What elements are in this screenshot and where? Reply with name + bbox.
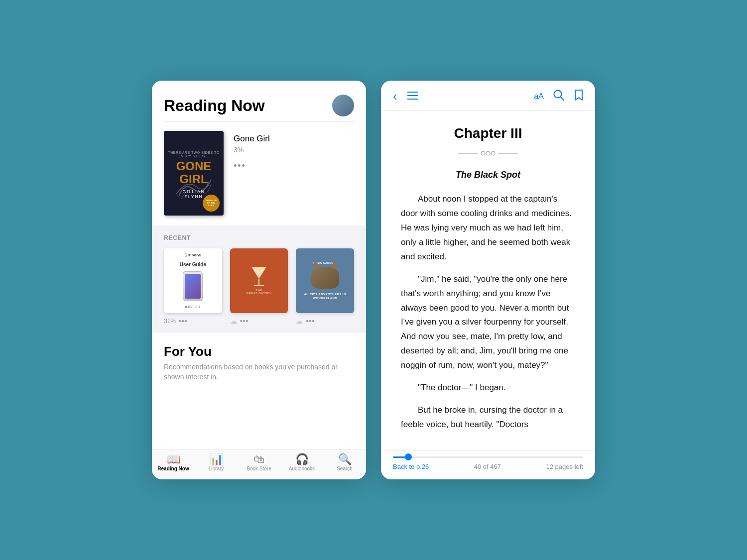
iphone-guide-more[interactable]: ••• [179,317,188,325]
progress-track[interactable] [393,456,583,458]
library-label: Library [209,466,224,471]
avatar-image [332,95,354,116]
tab-search[interactable]: 🔍 Search [323,454,366,471]
martini-icon [251,267,266,287]
svg-line-4 [561,97,564,100]
alice-title-text: ALICE'S ADVENTURES INWONDERLAND [304,293,346,301]
current-book: THERE ARE TWO SIDES TO EVERY STORY... GO… [164,131,354,225]
cat-shape [311,267,339,289]
progress-thumb[interactable] [405,453,412,460]
recent-book-meta-orange: ☁ ••• [230,317,288,325]
iphone-cover-content:  iPhone User Guide iOS 12.1 [164,248,222,313]
reading-now-label: Reading Now [157,466,189,471]
left-screen: Reading Now THERE ARE TWO SIDES TO EVERY… [152,81,366,479]
recent-label: RECENT [164,234,354,241]
book-store-label: Book Store [247,466,271,471]
section-divider [164,121,354,122]
reading-now-icon: 📖 [167,454,180,465]
ios-version: iOS 12.1 [185,305,201,309]
alice-book-more[interactable]: ••• [306,317,315,325]
orange-cover-content: THEGREAT GATSBY [230,248,288,313]
reader-footer: Back to p.26 40 of 467 12 pages left [381,450,595,479]
search-icon: 🔍 [338,454,352,465]
toolbar-left: ‹ [393,89,418,104]
book-more-button[interactable]: ••• [234,161,354,171]
ornament-svg [458,148,518,158]
for-you-section: For You Recommendations based on books y… [152,333,366,390]
current-book-cover[interactable]: THERE ARE TWO SIDES TO EVERY STORY... GO… [164,131,224,216]
library-icon: 📊 [210,454,223,465]
list-item[interactable]: LEWIS CARROLL ALICE'S ADVENTURES INWONDE… [296,248,354,325]
menu-button[interactable] [407,90,418,103]
tab-reading-now[interactable]: 📖 Reading Now [152,454,195,471]
iphone-logo-text:  iPhone [185,252,201,258]
reader-toolbar: ‹ aA [381,81,595,111]
orange-book-more[interactable]: ••• [240,317,249,325]
tab-library[interactable]: 📊 Library [195,454,238,471]
recent-books-list:  iPhone User Guide iOS 12.1 [164,248,354,325]
recent-book-cover-orange[interactable]: THEGREAT GATSBY [230,248,288,313]
list-item[interactable]:  iPhone User Guide iOS 12.1 [164,248,222,325]
footer-info: Back to p.26 40 of 467 12 pages left [393,463,583,470]
book-progress: 3% [234,146,354,154]
orange-book-text: THEGREAT GATSBY [246,289,272,295]
for-you-title: For You [164,344,354,359]
martini-base [254,285,264,286]
bookmark-button[interactable] [574,89,583,104]
for-you-description: Recommendations based on books you've pu… [164,362,354,382]
menu-icon [407,91,418,100]
current-page-info: 40 of 467 [474,463,501,470]
progress-bar-container [393,456,583,458]
reading-now-header: Reading Now [164,95,354,116]
chapter-title: Chapter III [401,125,575,141]
bookmark-icon [574,89,583,101]
recent-section: RECENT  iPhone User Guide [152,225,366,333]
font-size-button[interactable]: aA [534,92,543,102]
tab-book-store[interactable]: 🛍 Book Store [238,454,280,471]
list-item[interactable]: THEGREAT GATSBY ☁ ••• [230,248,288,325]
reading-now-section: Reading Now THERE ARE TWO SIDES TO EVERY… [152,81,366,225]
paragraph-3: "The doctor—" I began. [401,381,575,395]
iphone-guide-title: User Guide [180,262,206,267]
paragraph-2: "Jim," he said, "you're the only one her… [401,272,575,373]
tab-bar: 📖 Reading Now 📊 Library 🛍 Book Store 🎧 A… [152,449,366,479]
reader-content: Chapter III The Black Spot About noon I … [381,111,595,449]
book-store-icon: 🛍 [253,454,264,465]
book-cover-subtitle: THERE ARE TWO SIDES TO EVERY STORY... [164,148,224,158]
reader-text: About noon I stopped at the captain's do… [401,192,575,432]
paragraph-4: But he broke in, cursing the doctor in a… [401,403,575,432]
cloud-icon: ☁ [230,317,237,325]
chapter-ornament [401,148,575,161]
back-button[interactable]: ‹ [393,89,397,104]
iphone-guide-progress: 31% [164,318,176,325]
avatar[interactable] [332,95,354,116]
pages-left-info: 12 pages left [546,463,583,470]
left-content: Reading Now THERE ARE TWO SIDES TO EVERY… [152,81,366,449]
section-title: The Black Spot [401,170,575,180]
tab-audiobooks[interactable]: 🎧 Audiobooks [280,454,323,471]
screens-container: Reading Now THERE ARE TWO SIDES TO EVERY… [132,61,615,499]
recent-book-meta: 31% ••• [164,317,222,325]
cloud-icon-alice: ☁ [296,317,303,325]
martini-glass [251,267,266,279]
reading-now-title: Reading Now [164,97,265,115]
book-info: Gone Girl 3% ••• [234,131,354,171]
search-reader-icon [553,90,564,101]
recent-book-cover-alice[interactable]: LEWIS CARROLL ALICE'S ADVENTURES INWONDE… [296,248,354,313]
search-reader-button[interactable] [553,90,564,104]
paragraph-1: About noon I stopped at the captain's do… [401,192,575,264]
audiobooks-icon: 🎧 [295,454,309,465]
iphone-image [183,271,203,301]
thriller-badge: THRILLEROF THEYEAR [203,195,220,212]
search-label: Search [337,466,353,471]
recent-book-cover-iphone[interactable]:  iPhone User Guide iOS 12.1 [164,248,222,313]
back-to-page[interactable]: Back to p.26 [393,463,429,470]
audiobooks-label: Audiobooks [289,466,315,471]
iphone-screen [185,274,201,299]
martini-stem [258,279,259,285]
book-title: Gone Girl [234,134,354,144]
toolbar-right: aA [534,89,583,104]
alice-cover-content: LEWIS CARROLL ALICE'S ADVENTURES INWONDE… [296,248,354,313]
svg-point-8 [491,151,495,155]
svg-point-7 [486,151,490,155]
